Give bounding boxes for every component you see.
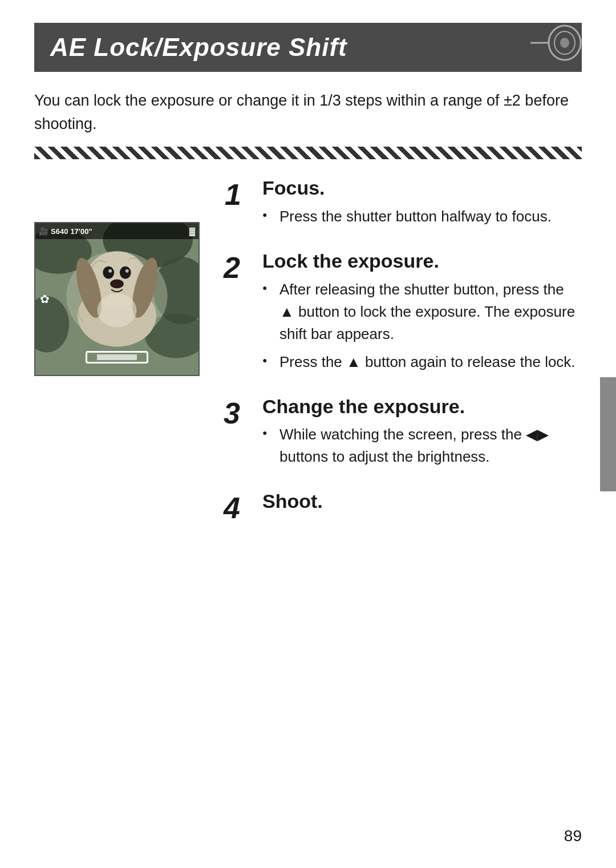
page-number: 89 [564, 827, 582, 845]
svg-text:1: 1 [225, 178, 241, 208]
step-1-title: Focus. [262, 176, 582, 200]
steps-container: 1 Focus. Press the shutter button halfwa… [222, 176, 582, 538]
camera-overlay: 🎥 S640 17'00" ▓ ✿ [35, 223, 198, 375]
step-3: 3 Change the exposure. While watching th… [222, 395, 582, 474]
step-1-content: Focus. Press the shutter button halfway … [262, 176, 582, 233]
lens-icon [530, 23, 582, 63]
svg-text:3: 3 [224, 397, 240, 427]
step-2-bullet-1: After releasing the shutter button, pres… [262, 278, 582, 345]
step-4-number: 4 [222, 490, 254, 522]
step-4-content: Shoot. [262, 490, 582, 519]
step-2-number: 2 [222, 249, 254, 281]
step-1-bullet-1: Press the shutter button halfway to focu… [262, 205, 582, 228]
exposure-bar [86, 351, 148, 364]
exposure-bar-fill [97, 354, 137, 360]
step-4-title: Shoot. [262, 490, 582, 513]
step-2-bullet-2: Press the ▲ button again to release the … [262, 351, 582, 373]
cam-movie-icon: 🎥 [39, 227, 48, 236]
step-1: 1 Focus. Press the shutter button halfwa… [222, 176, 582, 233]
intro-text: You can lock the exposure or change it i… [34, 89, 582, 135]
step-3-title: Change the exposure. [262, 395, 582, 418]
step-3-bullets: While watching the screen, press the ◀▶ … [262, 423, 582, 468]
main-content: 🎥 S640 17'00" ▓ ✿ 1 [34, 176, 582, 538]
step-2-content: Lock the exposure. After releasing the s… [262, 249, 582, 379]
cam-resolution: S640 [51, 227, 68, 236]
step-3-bullet-1: While watching the screen, press the ◀▶ … [262, 423, 582, 468]
cam-battery: ▓ [189, 227, 195, 236]
stripe-divider [34, 147, 582, 159]
camera-image: 🎥 S640 17'00" ▓ ✿ [34, 222, 200, 376]
page-container: AE Lock/Exposure Shift You can lock the … [0, 0, 616, 868]
svg-point-2 [560, 38, 569, 48]
step-3-content: Change the exposure. While watching the … [262, 395, 582, 474]
svg-text:4: 4 [223, 491, 240, 522]
cam-time: 17'00" [70, 227, 92, 236]
step-4: 4 Shoot. [222, 490, 582, 522]
svg-text:2: 2 [223, 251, 240, 281]
camera-top-bar: 🎥 S640 17'00" ▓ [35, 223, 198, 239]
step-1-bullets: Press the shutter button halfway to focu… [262, 205, 582, 228]
step-1-number: 1 [222, 176, 254, 208]
cam-macro-icon: ✿ [40, 292, 50, 306]
side-tab [600, 377, 616, 491]
step-3-number: 3 [222, 395, 254, 427]
step-2: 2 Lock the exposure. After releasing the… [222, 249, 582, 379]
step-2-title: Lock the exposure. [262, 249, 582, 273]
page-title: AE Lock/Exposure Shift [50, 33, 347, 62]
step-2-bullets: After releasing the shutter button, pres… [262, 278, 582, 373]
title-bar: AE Lock/Exposure Shift [34, 23, 582, 72]
